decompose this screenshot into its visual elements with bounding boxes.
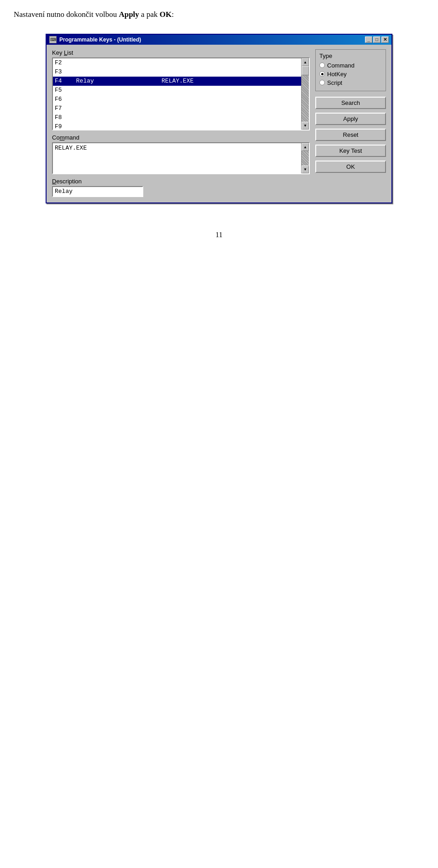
radio-script-circle[interactable] (319, 80, 325, 85)
description-input[interactable]: Relay (52, 186, 143, 197)
command-value: RELAY.EXE (55, 144, 299, 152)
title-bar-left: ⌨ Programmable Keys - (Untitled) (49, 36, 141, 43)
scroll-up-btn[interactable]: ▲ (302, 58, 309, 66)
command-textarea-box[interactable]: RELAY.EXE ▲ ▼ (52, 142, 310, 174)
dialog-icon: ⌨ (49, 36, 57, 43)
list-item-f2[interactable]: F2 (53, 58, 301, 68)
key-list-label: Key List (52, 49, 310, 56)
scroll-track (302, 66, 309, 122)
type-group: Type Command HotKey Script (315, 49, 386, 91)
list-item-f8[interactable]: F8 (53, 113, 301, 122)
radio-command-item[interactable]: Command (319, 62, 382, 69)
page-number: 11 (14, 231, 424, 239)
radio-hotkey-label: HotKey (327, 71, 347, 78)
key-listbox-content: F2 F3 F4 Relay RELAY.EXE F5 F6 F7 F8 F9 … (53, 58, 301, 130)
scroll-down-btn[interactable]: ▼ (302, 122, 309, 130)
reset-button[interactable]: Reset (315, 129, 386, 141)
key-list-scrollbar[interactable]: ▲ ▼ (301, 58, 309, 130)
list-item-f3[interactable]: F3 (53, 68, 301, 77)
apply-button[interactable]: Apply (315, 113, 386, 125)
radio-script-item[interactable]: Script (319, 79, 382, 86)
dialog-body: Key List F2 F3 F4 Relay RELAY.EXE F5 F6 … (47, 45, 391, 203)
command-section: Command RELAY.EXE ▲ ▼ (52, 134, 310, 174)
list-item-f7[interactable]: F7 (53, 104, 301, 113)
minimize-button[interactable]: _ (365, 36, 372, 43)
intro-text-middle: a pak (139, 10, 160, 19)
dialog-window: ⌨ Programmable Keys - (Untitled) _ □ ✕ K… (46, 34, 392, 203)
intro-paragraph: Nastavení nutno dokončit volbou Apply a … (14, 9, 424, 20)
intro-text-end: : (172, 10, 174, 19)
dialog-title: Programmable Keys - (Untitled) (59, 36, 141, 43)
intro-text-before: Nastavení nutno dokončit volbou (14, 10, 119, 19)
title-bar-buttons: _ □ ✕ (365, 36, 389, 43)
radio-hotkey-item[interactable]: HotKey (319, 71, 382, 78)
command-textarea-content: RELAY.EXE (53, 143, 301, 173)
description-label: Description (52, 178, 310, 185)
intro-bold-ok: OK (160, 10, 172, 19)
command-scrollbar[interactable]: ▲ ▼ (301, 143, 309, 173)
command-label: Command (52, 134, 310, 141)
list-item-f5[interactable]: F5 (53, 86, 301, 95)
key-test-button[interactable]: Key Test (315, 145, 386, 157)
close-button[interactable]: ✕ (381, 36, 389, 43)
cmd-scroll-down-btn[interactable]: ▼ (302, 166, 309, 173)
list-item-f6[interactable]: F6 (53, 95, 301, 104)
list-item-f4[interactable]: F4 Relay RELAY.EXE (53, 77, 301, 86)
radio-command-circle[interactable] (319, 62, 325, 68)
description-section: Description Relay (52, 178, 310, 197)
right-panel: Type Command HotKey Script Search Apply … (315, 49, 386, 197)
maximize-button[interactable]: □ (373, 36, 381, 43)
radio-command-label: Command (327, 62, 355, 69)
search-button[interactable]: Search (315, 97, 386, 109)
key-listbox[interactable]: F2 F3 F4 Relay RELAY.EXE F5 F6 F7 F8 F9 … (52, 57, 310, 130)
list-item-f9[interactable]: F9 (53, 122, 301, 130)
scroll-thumb[interactable] (302, 66, 309, 75)
type-label: Type (319, 52, 382, 59)
key-list-section: Key List F2 F3 F4 Relay RELAY.EXE F5 F6 … (52, 49, 310, 130)
cmd-scroll-track (302, 151, 309, 166)
radio-script-label: Script (327, 79, 342, 86)
ok-button[interactable]: OK (315, 161, 386, 173)
title-bar: ⌨ Programmable Keys - (Untitled) _ □ ✕ (47, 35, 391, 45)
left-panel: Key List F2 F3 F4 Relay RELAY.EXE F5 F6 … (52, 49, 310, 197)
radio-hotkey-circle[interactable] (319, 71, 325, 77)
cmd-scroll-up-btn[interactable]: ▲ (302, 143, 309, 151)
intro-bold-apply: Apply (119, 10, 139, 19)
